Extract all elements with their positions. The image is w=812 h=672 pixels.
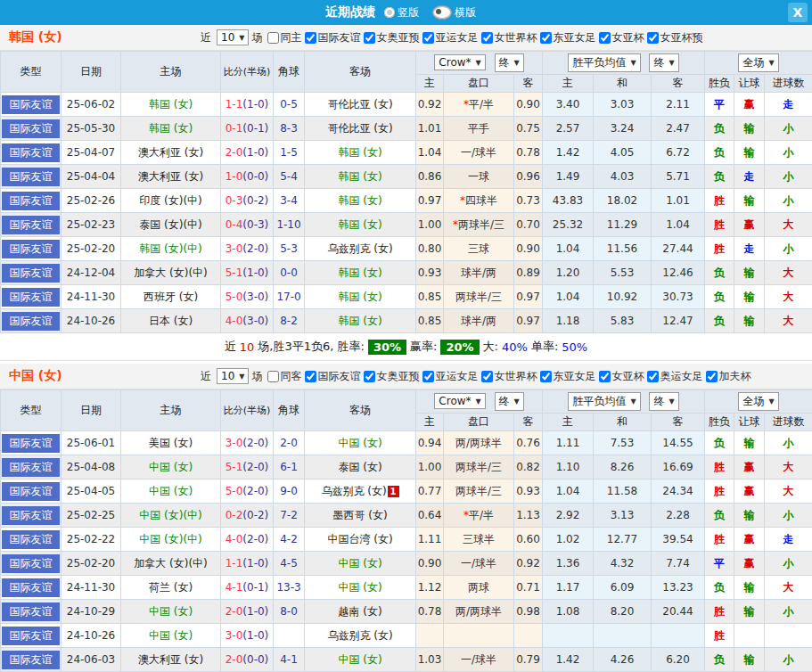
- league-filter[interactable]: 奥运女足: [645, 369, 702, 384]
- avg-odds-select[interactable]: 胜平负均值▼: [568, 392, 640, 411]
- table-row: 国际友谊 25-02-20 韩国 (女)(中) 3-0(2-0) 5-3 乌兹别…: [1, 237, 812, 261]
- cell-handicap: 两球半/三: [444, 285, 514, 309]
- cell-result: 负: [705, 504, 734, 528]
- league-filter-checkbox[interactable]: [647, 32, 659, 44]
- cell-result: 平: [705, 93, 734, 117]
- league-filter-checkbox[interactable]: [540, 371, 552, 382]
- league-filter-checkbox[interactable]: [481, 371, 493, 382]
- cell-away-team: 韩国 (女): [305, 285, 416, 309]
- bookmaker-select[interactable]: Crow*▼: [434, 54, 485, 70]
- results-tbody: 国际友谊 25-06-02 韩国 (女) 1-1(1-0) 0-5 哥伦比亚 (…: [1, 93, 812, 333]
- league-filter-checkbox[interactable]: [540, 32, 552, 44]
- league-filter-label: 东亚女足: [553, 30, 595, 45]
- col-header-home: 主场: [121, 52, 221, 93]
- cell-avg-home: 2.57: [543, 117, 594, 141]
- section-title: 中国 (女): [0, 368, 201, 384]
- cell-goals-result: 大: [765, 309, 812, 333]
- league-filter[interactable]: 女亚杯: [597, 369, 644, 384]
- close-button[interactable]: X: [788, 3, 808, 22]
- table-row: 国际友谊 24-06-03 澳大利亚 (女) 2-0(0-0) 4-1 中国 (…: [1, 648, 812, 672]
- league-filter-label: 女亚杯: [611, 30, 644, 45]
- cell-home-team: 加拿大 (女)(中): [121, 261, 221, 285]
- league-filter-checkbox[interactable]: [305, 32, 316, 44]
- cell-home-odds: 1.04: [416, 141, 444, 165]
- same-venue-checkbox[interactable]: [267, 371, 279, 382]
- cell-goals-result: 小: [765, 504, 812, 528]
- cell-handicap: 一/球半: [444, 141, 514, 165]
- over-rate-value: 40%: [502, 340, 528, 354]
- cell-home-team: 印度 (女)(中): [121, 189, 221, 213]
- league-filter[interactable]: 东亚女足: [538, 369, 595, 384]
- cell-avg-draw: 4.32: [594, 552, 652, 576]
- cell-avg-draw: 11.58: [594, 479, 652, 504]
- league-filter[interactable]: 女亚杯: [597, 30, 644, 45]
- cell-date: 24-10-26: [62, 309, 121, 333]
- league-filter[interactable]: 加夫杯: [704, 369, 750, 384]
- cell-avg-home: 1.10: [543, 455, 594, 479]
- league-filter-checkbox[interactable]: [305, 371, 316, 382]
- league-filter[interactable]: 亚运女足: [421, 30, 478, 45]
- league-filter-checkbox[interactable]: [364, 32, 375, 44]
- odds-stage-select[interactable]: 终▼: [495, 53, 524, 72]
- cell-handicap-result: 赢: [734, 552, 765, 576]
- league-filter-checkbox[interactable]: [422, 371, 434, 382]
- cell-avg-away: 2.47: [652, 117, 705, 141]
- table-row: 国际友谊 25-06-02 韩国 (女) 1-1(1-0) 0-5 哥伦比亚 (…: [1, 93, 812, 117]
- league-filter-checkbox[interactable]: [422, 32, 434, 44]
- summary-record: 场,胜3平1负6, 胜率:: [258, 339, 365, 355]
- cell-corners: 5-4: [274, 165, 305, 189]
- rank-badge: 1: [388, 486, 399, 497]
- cell-match-type: 国际友谊: [1, 237, 62, 261]
- league-filter[interactable]: 女亚杯预: [645, 30, 702, 45]
- bookmaker-select[interactable]: Crow*▼: [434, 393, 485, 409]
- cell-match-type: 国际友谊: [1, 528, 62, 552]
- league-filter[interactable]: 国际友谊: [303, 369, 360, 384]
- layout-radio-vertical[interactable]: 竖版: [384, 5, 419, 20]
- table-row: 国际友谊 25-02-22 中国 (女)(中) 4-0(2-0) 4-2 中国台…: [1, 528, 812, 552]
- cell-corners: 8-2: [274, 309, 305, 333]
- league-filter-checkbox[interactable]: [706, 371, 718, 382]
- cell-date: 25-06-02: [62, 93, 121, 117]
- league-filter[interactable]: 国际友谊: [303, 30, 360, 45]
- sub-header-handicap-result: 让球: [734, 75, 765, 93]
- same-venue-label: 同客: [280, 369, 301, 384]
- layout-radio-horizontal[interactable]: 横版: [430, 5, 476, 20]
- over-rate-label: 大:: [483, 339, 498, 355]
- games-count-select[interactable]: 10▼: [217, 368, 249, 384]
- table-row: 国际友谊 24-11-30 西班牙 (女) 5-0(3-0) 17-0 韩国 (…: [1, 285, 812, 309]
- league-filter[interactable]: 女世界杯: [480, 30, 537, 45]
- cell-away-team: 乌兹别克 (女)1: [305, 479, 416, 504]
- cell-handicap: 三球: [444, 237, 514, 261]
- league-filter[interactable]: 东亚女足: [538, 30, 595, 45]
- league-filter[interactable]: 女世界杯: [480, 369, 537, 384]
- same-venue-filter[interactable]: 同主: [266, 30, 301, 45]
- league-filter-checkbox[interactable]: [599, 371, 611, 382]
- league-filter[interactable]: 女奥亚预: [362, 30, 419, 45]
- cell-away-odds: 0.98: [514, 600, 543, 624]
- handicap-rate-badge: 20%: [440, 340, 479, 355]
- cell-handicap: 球半/两: [444, 261, 514, 285]
- table-row: 国际友谊 25-04-05 中国 (女) 5-0(2-0) 9-0 乌兹别克 (…: [1, 479, 812, 504]
- league-filter-checkbox[interactable]: [364, 371, 375, 382]
- same-venue-filter[interactable]: 同客: [266, 369, 301, 384]
- league-filter-checkbox[interactable]: [481, 32, 493, 44]
- avg-odds-select[interactable]: 胜平负均值▼: [568, 53, 640, 72]
- period-select[interactable]: 全场▼: [738, 53, 778, 72]
- col-header-score: 比分(半场): [221, 390, 274, 431]
- league-filter-checkbox[interactable]: [647, 371, 659, 382]
- avg-stage-select[interactable]: 终▼: [649, 392, 678, 411]
- cell-away-team: 韩国 (女): [305, 165, 416, 189]
- col-header-type: 类型: [1, 390, 62, 431]
- cell-away-odds: 0.90: [514, 93, 543, 117]
- same-venue-checkbox[interactable]: [267, 32, 279, 44]
- league-filter-checkbox[interactable]: [599, 32, 611, 44]
- period-select[interactable]: 全场▼: [738, 392, 778, 411]
- league-filter[interactable]: 亚运女足: [421, 369, 478, 384]
- odds-stage-select[interactable]: 终▼: [495, 392, 524, 411]
- cell-avg-away: 13.23: [652, 576, 705, 600]
- games-count-select[interactable]: 10▼: [217, 29, 249, 45]
- cell-away-team: 韩国 (女): [305, 189, 416, 213]
- avg-stage-select[interactable]: 终▼: [649, 53, 678, 72]
- cell-handicap-result: 输: [734, 261, 765, 285]
- league-filter[interactable]: 女奥亚预: [362, 369, 419, 384]
